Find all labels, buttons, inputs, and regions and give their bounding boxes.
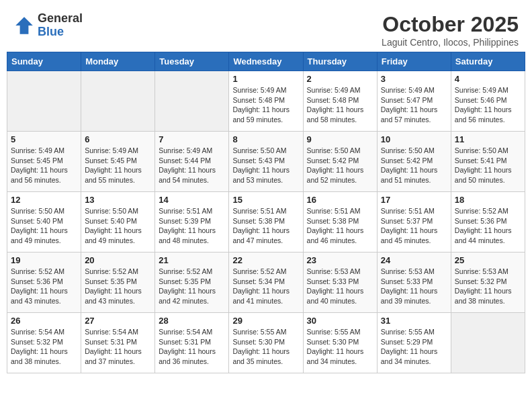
day-info: Sunrise: 5:50 AMSunset: 5:42 PMDaylight:… bbox=[381, 146, 447, 185]
day-info: Sunrise: 5:51 AMSunset: 5:38 PMDaylight:… bbox=[232, 206, 299, 246]
day-info: Sunrise: 5:49 AMSunset: 5:48 PMDaylight:… bbox=[232, 85, 299, 125]
calendar-cell: 16Sunrise: 5:51 AMSunset: 5:38 PMDayligh… bbox=[303, 192, 377, 253]
day-info: Sunrise: 5:55 AMSunset: 5:29 PMDaylight:… bbox=[381, 327, 447, 367]
day-info: Sunrise: 5:50 AMSunset: 5:42 PMDaylight:… bbox=[307, 146, 373, 185]
calendar-cell: 13Sunrise: 5:50 AMSunset: 5:40 PMDayligh… bbox=[81, 192, 155, 253]
calendar-cell bbox=[7, 71, 81, 132]
calendar-cell: 3Sunrise: 5:49 AMSunset: 5:47 PMDaylight… bbox=[377, 71, 451, 132]
day-number: 24 bbox=[381, 255, 447, 265]
day-info: Sunrise: 5:49 AMSunset: 5:45 PMDaylight:… bbox=[85, 146, 151, 185]
column-header-wednesday: Wednesday bbox=[229, 52, 303, 71]
day-number: 23 bbox=[307, 255, 373, 265]
day-info: Sunrise: 5:49 AMSunset: 5:45 PMDaylight:… bbox=[11, 146, 77, 185]
calendar-cell: 4Sunrise: 5:49 AMSunset: 5:46 PMDaylight… bbox=[451, 71, 525, 132]
day-info: Sunrise: 5:53 AMSunset: 5:33 PMDaylight:… bbox=[381, 267, 447, 306]
day-number: 21 bbox=[159, 255, 225, 265]
day-number: 20 bbox=[85, 255, 151, 265]
calendar-cell: 14Sunrise: 5:51 AMSunset: 5:39 PMDayligh… bbox=[155, 192, 229, 253]
calendar-cell: 12Sunrise: 5:50 AMSunset: 5:40 PMDayligh… bbox=[7, 192, 81, 253]
day-number: 2 bbox=[307, 74, 373, 84]
calendar-cell: 9Sunrise: 5:50 AMSunset: 5:42 PMDaylight… bbox=[303, 132, 377, 192]
day-info: Sunrise: 5:53 AMSunset: 5:32 PMDaylight:… bbox=[455, 267, 521, 306]
day-number: 19 bbox=[11, 255, 77, 265]
column-header-monday: Monday bbox=[81, 52, 155, 71]
day-info: Sunrise: 5:49 AMSunset: 5:48 PMDaylight:… bbox=[307, 85, 373, 125]
day-info: Sunrise: 5:52 AMSunset: 5:36 PMDaylight:… bbox=[11, 267, 77, 306]
day-number: 27 bbox=[85, 316, 151, 326]
calendar-cell: 1Sunrise: 5:49 AMSunset: 5:48 PMDaylight… bbox=[229, 71, 303, 132]
day-info: Sunrise: 5:50 AMSunset: 5:40 PMDaylight:… bbox=[85, 206, 151, 246]
day-number: 31 bbox=[381, 316, 447, 326]
calendar-cell: 17Sunrise: 5:51 AMSunset: 5:37 PMDayligh… bbox=[377, 192, 451, 253]
day-number: 25 bbox=[455, 255, 521, 265]
column-header-thursday: Thursday bbox=[303, 52, 377, 71]
calendar-cell: 2Sunrise: 5:49 AMSunset: 5:48 PMDaylight… bbox=[303, 71, 377, 132]
day-number: 26 bbox=[11, 316, 77, 326]
month-title: October 2025 bbox=[382, 12, 519, 37]
calendar-week-row: 1Sunrise: 5:49 AMSunset: 5:48 PMDaylight… bbox=[7, 71, 525, 132]
calendar-cell: 22Sunrise: 5:52 AMSunset: 5:34 PMDayligh… bbox=[229, 253, 303, 313]
calendar-header-row: SundayMondayTuesdayWednesdayThursdayFrid… bbox=[7, 52, 525, 71]
day-number: 22 bbox=[232, 255, 299, 265]
day-info: Sunrise: 5:52 AMSunset: 5:35 PMDaylight:… bbox=[85, 267, 151, 306]
day-info: Sunrise: 5:50 AMSunset: 5:41 PMDaylight:… bbox=[455, 146, 521, 185]
location-subtitle: Laguit Centro, Ilocos, Philippines bbox=[382, 37, 519, 48]
day-number: 29 bbox=[232, 316, 299, 326]
day-number: 28 bbox=[159, 316, 225, 326]
day-info: Sunrise: 5:55 AMSunset: 5:30 PMDaylight:… bbox=[232, 327, 299, 367]
day-info: Sunrise: 5:51 AMSunset: 5:39 PMDaylight:… bbox=[159, 206, 225, 246]
calendar-week-row: 12Sunrise: 5:50 AMSunset: 5:40 PMDayligh… bbox=[7, 192, 525, 253]
calendar-cell: 24Sunrise: 5:53 AMSunset: 5:33 PMDayligh… bbox=[377, 253, 451, 313]
svg-marker-0 bbox=[15, 17, 33, 34]
calendar-cell: 21Sunrise: 5:52 AMSunset: 5:35 PMDayligh… bbox=[155, 253, 229, 313]
calendar-cell: 11Sunrise: 5:50 AMSunset: 5:41 PMDayligh… bbox=[451, 132, 525, 192]
calendar-week-row: 5Sunrise: 5:49 AMSunset: 5:45 PMDaylight… bbox=[7, 132, 525, 192]
calendar-cell: 10Sunrise: 5:50 AMSunset: 5:42 PMDayligh… bbox=[377, 132, 451, 192]
day-number: 12 bbox=[11, 195, 77, 205]
calendar-week-row: 26Sunrise: 5:54 AMSunset: 5:32 PMDayligh… bbox=[7, 313, 525, 373]
logo: General Blue bbox=[13, 12, 83, 39]
calendar-cell: 19Sunrise: 5:52 AMSunset: 5:36 PMDayligh… bbox=[7, 253, 81, 313]
day-info: Sunrise: 5:55 AMSunset: 5:30 PMDaylight:… bbox=[307, 327, 373, 367]
calendar-table: SundayMondayTuesdayWednesdayThursdayFrid… bbox=[7, 52, 525, 373]
calendar-cell: 6Sunrise: 5:49 AMSunset: 5:45 PMDaylight… bbox=[81, 132, 155, 192]
calendar-cell: 26Sunrise: 5:54 AMSunset: 5:32 PMDayligh… bbox=[7, 313, 81, 373]
day-info: Sunrise: 5:50 AMSunset: 5:43 PMDaylight:… bbox=[232, 146, 299, 185]
calendar-cell: 5Sunrise: 5:49 AMSunset: 5:45 PMDaylight… bbox=[7, 132, 81, 192]
day-number: 17 bbox=[381, 195, 447, 205]
day-info: Sunrise: 5:52 AMSunset: 5:36 PMDaylight:… bbox=[455, 206, 521, 246]
day-number: 15 bbox=[232, 195, 299, 205]
day-number: 10 bbox=[381, 134, 447, 144]
day-info: Sunrise: 5:51 AMSunset: 5:37 PMDaylight:… bbox=[381, 206, 447, 246]
day-number: 13 bbox=[85, 195, 151, 205]
day-info: Sunrise: 5:49 AMSunset: 5:44 PMDaylight:… bbox=[159, 146, 225, 185]
calendar-cell: 7Sunrise: 5:49 AMSunset: 5:44 PMDaylight… bbox=[155, 132, 229, 192]
day-number: 11 bbox=[455, 134, 521, 144]
column-header-tuesday: Tuesday bbox=[155, 52, 229, 71]
day-info: Sunrise: 5:54 AMSunset: 5:31 PMDaylight:… bbox=[159, 327, 225, 367]
day-number: 18 bbox=[455, 195, 521, 205]
day-info: Sunrise: 5:52 AMSunset: 5:35 PMDaylight:… bbox=[159, 267, 225, 306]
logo-blue-text: Blue bbox=[38, 26, 83, 39]
day-info: Sunrise: 5:49 AMSunset: 5:46 PMDaylight:… bbox=[455, 85, 521, 125]
day-number: 16 bbox=[307, 195, 373, 205]
calendar-cell bbox=[81, 71, 155, 132]
calendar-cell bbox=[451, 313, 525, 373]
day-number: 7 bbox=[159, 134, 225, 144]
day-number: 14 bbox=[159, 195, 225, 205]
day-info: Sunrise: 5:53 AMSunset: 5:33 PMDaylight:… bbox=[307, 267, 373, 306]
day-info: Sunrise: 5:50 AMSunset: 5:40 PMDaylight:… bbox=[11, 206, 77, 246]
logo-general-text: General bbox=[38, 12, 83, 26]
day-number: 5 bbox=[11, 134, 77, 144]
calendar-cell: 31Sunrise: 5:55 AMSunset: 5:29 PMDayligh… bbox=[377, 313, 451, 373]
column-header-sunday: Sunday bbox=[7, 52, 81, 71]
day-number: 30 bbox=[307, 316, 373, 326]
calendar-cell: 20Sunrise: 5:52 AMSunset: 5:35 PMDayligh… bbox=[81, 253, 155, 313]
day-info: Sunrise: 5:54 AMSunset: 5:31 PMDaylight:… bbox=[85, 327, 151, 367]
day-number: 3 bbox=[381, 74, 447, 84]
day-number: 6 bbox=[85, 134, 151, 144]
day-info: Sunrise: 5:52 AMSunset: 5:34 PMDaylight:… bbox=[232, 267, 299, 306]
calendar-cell bbox=[155, 71, 229, 132]
title-area: October 2025 Laguit Centro, Ilocos, Phil… bbox=[382, 12, 519, 48]
day-info: Sunrise: 5:51 AMSunset: 5:38 PMDaylight:… bbox=[307, 206, 373, 246]
